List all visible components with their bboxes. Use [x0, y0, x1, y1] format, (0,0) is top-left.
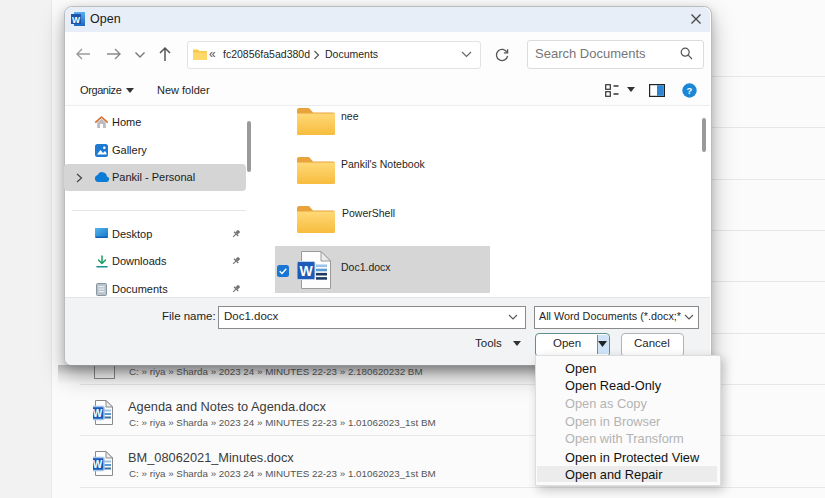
svg-text:?: ? — [687, 85, 693, 96]
svg-text:W: W — [299, 263, 313, 279]
svg-text:W: W — [72, 15, 81, 25]
svg-text:W: W — [93, 408, 103, 419]
svg-text:W: W — [93, 459, 103, 470]
